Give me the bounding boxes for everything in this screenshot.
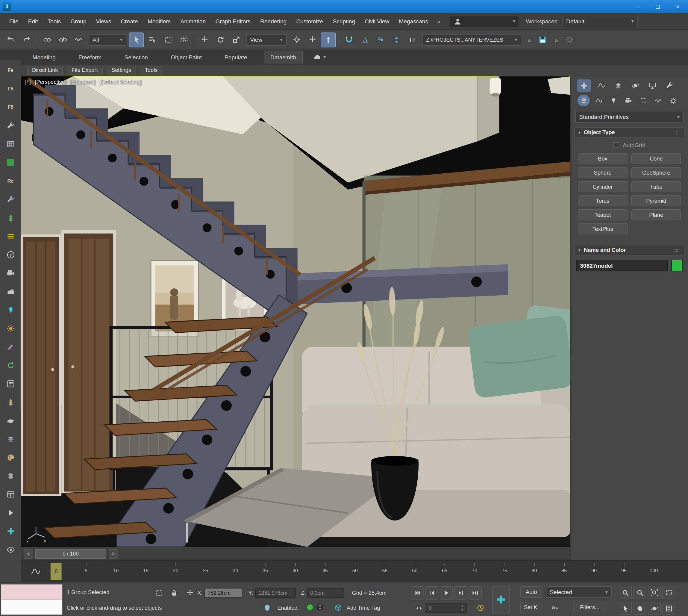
previous-frame-icon[interactable] — [425, 586, 438, 599]
hierarchy-tab-icon[interactable] — [612, 79, 625, 92]
mini-listener-macro-row[interactable] — [1, 585, 62, 599]
minimize-button[interactable]: – — [627, 0, 648, 13]
object-type-tube-button[interactable]: Tube — [631, 181, 681, 192]
film-icon[interactable] — [4, 285, 17, 298]
ribbon-panel-file-export[interactable]: File Export — [67, 66, 103, 75]
ribbon-tab-selection[interactable]: Selection — [118, 51, 154, 64]
select-and-scale-icon[interactable] — [229, 32, 244, 47]
redo-icon[interactable] — [19, 32, 34, 47]
maxscript-mini-listener[interactable] — [1, 584, 62, 615]
ceiling-light[interactable] — [490, 78, 501, 97]
fe-script-icon[interactable]: Fe — [4, 64, 17, 77]
maximize-button[interactable]: □ — [648, 0, 668, 13]
frame-step-icon[interactable] — [414, 602, 425, 614]
object-name-field[interactable]: 30827model — [576, 260, 668, 271]
motion-tab-icon[interactable] — [628, 79, 643, 92]
sphere-icon[interactable] — [4, 469, 17, 482]
menu-megascans[interactable]: Megascans — [394, 16, 433, 27]
rollout-grip-icon[interactable]: ∷∷ — [674, 129, 681, 136]
named-selection-sets-icon[interactable] — [404, 32, 419, 47]
isolate-up-arrow-icon[interactable] — [320, 32, 336, 47]
menu-animation[interactable]: Animation — [175, 16, 210, 27]
mini-curve-editor-icon[interactable] — [28, 564, 43, 579]
eye-icon[interactable] — [4, 543, 17, 556]
zoom-region-icon[interactable] — [662, 586, 675, 599]
mini-listener-script-row[interactable] — [1, 599, 62, 615]
add-plus-icon[interactable] — [4, 524, 17, 537]
name-and-color-rollout[interactable]: ▾ Name and Color ∷∷ — [574, 245, 684, 256]
notes-icon[interactable] — [4, 377, 17, 390]
play-icon[interactable] — [4, 506, 17, 519]
menu-customize[interactable]: Customize — [291, 16, 328, 27]
menu-create[interactable]: Create — [116, 16, 142, 27]
layers-icon[interactable] — [4, 433, 17, 446]
toolbar-overflow-chevron[interactable]: » — [523, 36, 535, 43]
brush-icon[interactable] — [4, 340, 17, 353]
go-to-end-icon[interactable] — [469, 586, 482, 599]
menu-group[interactable]: Group — [66, 16, 91, 27]
display-tab-icon[interactable] — [645, 79, 660, 92]
user-account-dropdown[interactable]: ▾ — [450, 16, 519, 27]
object-type-box-button[interactable]: Box — [578, 153, 627, 164]
coord-z-field[interactable]: 0,0cm — [307, 588, 344, 598]
transform-type-in-icon[interactable] — [184, 587, 196, 599]
scene-3d-render[interactable] — [21, 76, 570, 547]
project-folder-dropdown[interactable]: Z:\PROJECTS...ANYTERVEZES ▾ — [422, 34, 521, 45]
spinner-snap-icon[interactable] — [389, 32, 404, 47]
object-type-torus-button[interactable]: Torus — [578, 195, 627, 206]
object-type-geosphere-button[interactable]: GeoSphere — [631, 167, 681, 178]
create-key-button[interactable] — [492, 585, 510, 614]
time-slider-thumb[interactable]: 0 / 100 — [35, 549, 106, 558]
grid-table-icon[interactable] — [4, 137, 17, 151]
rollout-grip-icon[interactable]: ∷∷ — [674, 247, 681, 254]
pan-cursor-icon[interactable] — [619, 602, 632, 615]
workspaces-dropdown[interactable]: Default ▾ — [562, 16, 638, 27]
object-type-pyramid-button[interactable]: Pyramid — [631, 195, 681, 206]
ribbon-tab-freeform[interactable]: Freeform — [72, 51, 108, 64]
percent-snap-icon[interactable] — [373, 32, 388, 47]
viewport-menu-general[interactable]: [+] — [25, 79, 31, 85]
rc-script-icon[interactable]: Rc — [4, 174, 17, 188]
green-swatch-icon[interactable] — [4, 156, 17, 169]
selection-lock-icon[interactable] — [169, 587, 180, 599]
teapot-icon[interactable] — [4, 414, 17, 427]
object-type-sphere-button[interactable]: Sphere — [578, 167, 627, 178]
viewport-menu-renderer[interactable]: [Standard] — [70, 79, 96, 85]
set-key-button[interactable]: Set K. — [520, 602, 542, 613]
undo-icon[interactable] — [3, 32, 18, 47]
tree-icon[interactable] — [4, 396, 17, 409]
time-tag-cube-icon[interactable] — [333, 602, 344, 614]
orbit-icon[interactable] — [648, 602, 661, 615]
selection-filter-dropdown[interactable]: All ▾ — [89, 34, 126, 45]
f5-script-icon[interactable]: F5 — [4, 82, 17, 95]
trees-icon[interactable] — [4, 211, 17, 224]
menu-bars-icon[interactable] — [4, 230, 17, 243]
snap-toggle-3d-icon[interactable] — [341, 32, 356, 47]
menu-graph-editors[interactable]: Graph Editors — [210, 16, 256, 27]
coord-x-field[interactable]: 782,26cm — [204, 588, 242, 598]
frame-spinner[interactable]: ▲▼ — [461, 605, 464, 611]
modify-tab-icon[interactable] — [594, 79, 608, 92]
object-type-plane-button[interactable]: Plane — [631, 209, 681, 220]
cameras-category-icon[interactable] — [622, 95, 635, 106]
track-bar[interactable]: 0 05101520253035404550556065707580859095… — [21, 560, 688, 582]
viewport-menu-pov[interactable]: [Perspective] — [35, 79, 66, 85]
select-by-name-icon[interactable] — [145, 32, 160, 47]
menu-scripting[interactable]: Scripting — [328, 16, 360, 27]
set-key-mode-icon[interactable] — [549, 602, 561, 614]
space-warps-category-icon[interactable] — [652, 95, 664, 106]
menu-overflow-chevron[interactable]: » — [433, 18, 444, 25]
menu-views[interactable]: Views — [91, 16, 116, 27]
zoom-extents-icon[interactable] — [648, 586, 661, 599]
ribbon-panel-tools[interactable]: Tools — [140, 66, 162, 75]
selection-region-toggle-icon[interactable] — [154, 587, 165, 599]
time-configuration-icon[interactable] — [475, 602, 486, 614]
selected-key-filter-dropdown[interactable]: Selected ▾ — [546, 586, 612, 598]
f8-script-icon[interactable]: F8 — [4, 101, 17, 114]
refresh-icon[interactable] — [4, 358, 17, 372]
pan-hand-icon[interactable] — [633, 602, 646, 615]
filters-button[interactable]: Filters... — [573, 602, 606, 613]
wrench-icon[interactable] — [4, 119, 17, 132]
primitive-category-dropdown[interactable]: Standard Primitives ▾ — [575, 111, 684, 123]
select-and-manipulate-icon[interactable] — [305, 32, 320, 47]
